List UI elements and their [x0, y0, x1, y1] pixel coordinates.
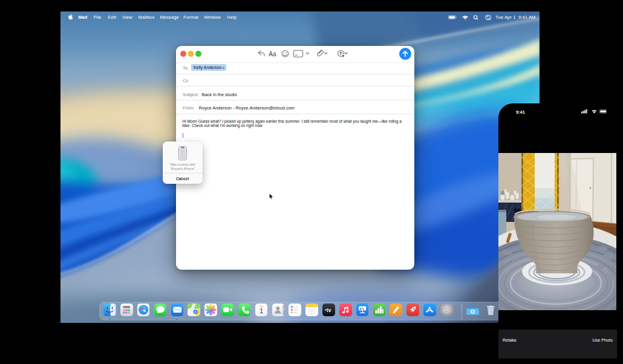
svg-text:1: 1	[259, 307, 263, 314]
svg-text:tv: tv	[327, 307, 331, 313]
svg-text:Aa: Aa	[269, 51, 276, 57]
